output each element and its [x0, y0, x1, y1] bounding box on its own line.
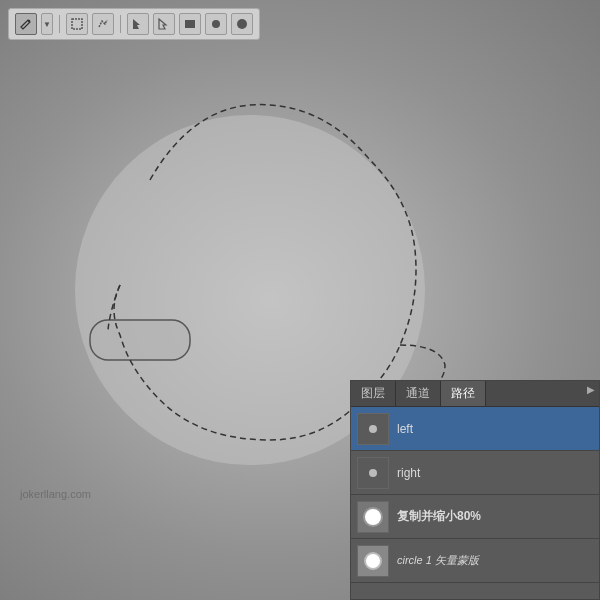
layer-thumb-right — [357, 457, 389, 489]
layer-thumb-copy80 — [357, 501, 389, 533]
svg-rect-1 — [72, 19, 82, 29]
watermark: jokerllang.com — [20, 488, 91, 500]
toolbar: ▼ — [8, 8, 260, 40]
panel-collapse-button[interactable]: ▶ — [585, 383, 597, 395]
freeform-tool[interactable] — [92, 13, 114, 35]
tab-paths[interactable]: 路径 — [441, 381, 486, 406]
layer-item-circle1[interactable]: circle 1 矢量蒙版 — [351, 539, 599, 583]
layer-item-copy80[interactable]: 复制并缩小80% — [351, 495, 599, 539]
layer-name-right: right — [397, 466, 593, 480]
thumb-circle-copy80 — [363, 507, 383, 527]
pen-dropdown[interactable]: ▼ — [41, 13, 53, 35]
panel-tabs: 图层 通道 路径 ▶ — [351, 381, 599, 407]
thumb-dot-right — [369, 469, 377, 477]
watermark-text: jokerllang.com — [20, 488, 91, 500]
rect-select-tool[interactable] — [66, 13, 88, 35]
tab-channels[interactable]: 通道 — [396, 381, 441, 406]
ellipse-tool-sm[interactable] — [205, 13, 227, 35]
rect-shape-tool[interactable] — [179, 13, 201, 35]
separator-1 — [59, 15, 60, 33]
tab-layers[interactable]: 图层 — [351, 381, 396, 406]
convert-point-tool[interactable] — [153, 13, 175, 35]
ellipse-tool-lg[interactable] — [231, 13, 253, 35]
svg-point-3 — [212, 20, 220, 28]
layer-name-copy80: 复制并缩小80% — [397, 508, 593, 525]
layer-item-left[interactable]: left — [351, 407, 599, 451]
layers-panel: 图层 通道 路径 ▶ left right 复制并缩小80% circle 1 … — [350, 380, 600, 600]
svg-rect-2 — [185, 20, 195, 28]
layer-name-left: left — [397, 422, 593, 436]
svg-point-4 — [237, 19, 247, 29]
layer-thumb-left — [357, 413, 389, 445]
thumb-circle-circle1 — [364, 552, 382, 570]
direct-select-tool[interactable] — [127, 13, 149, 35]
separator-2 — [120, 15, 121, 33]
pen-tool[interactable] — [15, 13, 37, 35]
svg-point-0 — [28, 20, 30, 22]
thumb-dot-left — [369, 425, 377, 433]
layer-thumb-circle1 — [357, 545, 389, 577]
layer-item-right[interactable]: right — [351, 451, 599, 495]
layer-name-circle1: circle 1 矢量蒙版 — [397, 553, 593, 568]
